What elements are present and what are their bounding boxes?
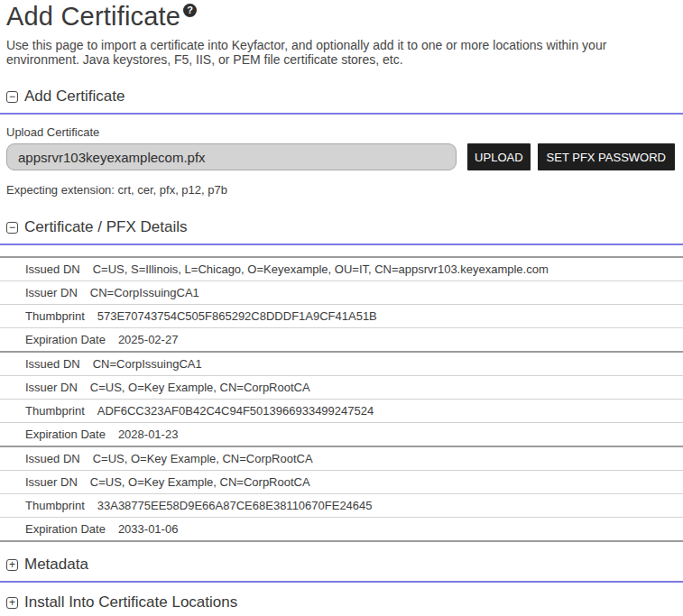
certificate-detail-row: ThumbprintADF6CC323AF0B42C4C94F501396693…	[0, 399, 683, 422]
detail-field-label: Thumbprint	[25, 404, 85, 418]
collapse-toggle-icon[interactable]: −	[6, 222, 18, 234]
section-label: Certificate / PFX Details	[24, 218, 187, 236]
section-header-add-certificate[interactable]: − Add Certificate	[6, 87, 683, 106]
section-header-install-locations[interactable]: + Install Into Certificate Locations	[6, 593, 683, 611]
upload-button[interactable]: UPLOAD	[467, 143, 530, 170]
section-divider	[0, 113, 683, 115]
detail-field-label: Thumbprint	[25, 309, 85, 323]
detail-field-value: C=US, O=Key Example, CN=CorpRootCA	[90, 381, 310, 394]
certificate-detail-row: Expiration Date2028-01-23	[0, 422, 683, 446]
section-divider	[0, 244, 683, 245]
section-label: Install Into Certificate Locations	[24, 593, 237, 611]
detail-field-value: 2033-01-06	[118, 522, 179, 536]
detail-field-value: 573E70743754C505F865292C8DDDF1A9CF41A51B	[97, 309, 377, 323]
expand-toggle-icon[interactable]: +	[6, 597, 18, 609]
extension-hint: Expecting extension: crt, cer, pfx, p12,…	[6, 183, 683, 197]
section-divider	[0, 581, 683, 583]
detail-field-label: Issuer DN	[25, 286, 78, 299]
upload-certificate-label: Upload Certificate	[6, 125, 683, 139]
detail-field-value: ADF6CC323AF0B42C4C94F5013966933499247524	[97, 404, 374, 418]
detail-field-label: Issued DN	[25, 357, 80, 371]
certificate-detail-row: Expiration Date2025-02-27	[0, 327, 683, 351]
detail-field-value: CN=CorpIssuingCA1	[93, 357, 202, 371]
title-row: Add Certificate?	[6, 2, 683, 32]
detail-field-value: C=US, S=Illinois, L=Chicago, O=Keyexampl…	[93, 262, 549, 276]
detail-field-label: Thumbprint	[25, 499, 85, 512]
detail-field-label: Issued DN	[25, 262, 80, 276]
page-title: Add Certificate	[6, 2, 180, 31]
certificate-filename-input[interactable]	[6, 143, 457, 170]
detail-field-value: 2025-02-27	[118, 333, 179, 346]
detail-field-label: Issued DN	[25, 452, 80, 465]
detail-field-label: Issuer DN	[25, 381, 78, 394]
certificate-detail-row: Issued DNC=US, O=Key Example, CN=CorpRoo…	[0, 446, 683, 470]
detail-field-label: Expiration Date	[25, 522, 106, 536]
certificate-detail-row: Issued DNCN=CorpIssuingCA1	[0, 351, 683, 375]
certificate-detail-row: Thumbprint573E70743754C505F865292C8DDDF1…	[0, 304, 683, 327]
detail-field-label: Expiration Date	[25, 333, 106, 346]
certificate-details-table: Issued DNC=US, S=Illinois, L=Chicago, O=…	[0, 256, 683, 542]
detail-field-label: Issuer DN	[25, 475, 78, 489]
certificate-detail-row: Issuer DNC=US, O=Key Example, CN=CorpRoo…	[0, 375, 683, 399]
detail-field-value: 2028-01-23	[118, 428, 179, 441]
section-header-metadata[interactable]: + Metadata	[6, 556, 683, 574]
add-certificate-page: Add Certificate? Use this page to import…	[0, 0, 683, 616]
page-description: Use this page to import a certificate in…	[6, 38, 675, 67]
certificate-detail-row: Expiration Date2033-01-06	[0, 517, 683, 540]
help-icon[interactable]: ?	[183, 4, 197, 17]
certificate-detail-row: Issued DNC=US, S=Illinois, L=Chicago, O=…	[0, 258, 683, 280]
detail-field-value: C=US, O=Key Example, CN=CorpRootCA	[90, 475, 310, 489]
certificate-detail-row: Thumbprint33A38775EE58D9E66A87CE68E38110…	[0, 493, 683, 517]
collapse-toggle-icon[interactable]: −	[6, 91, 18, 103]
detail-field-value: 33A38775EE58D9E66A87CE68E38110670FE24645	[97, 499, 373, 512]
upload-row: UPLOAD SET PFX PASSWORD	[6, 143, 675, 170]
section-header-certificate-pfx-details[interactable]: − Certificate / PFX Details	[6, 218, 683, 236]
section-label: Add Certificate	[24, 87, 125, 106]
detail-field-value: C=US, O=Key Example, CN=CorpRootCA	[93, 452, 313, 465]
detail-field-label: Expiration Date	[25, 428, 106, 441]
expand-toggle-icon[interactable]: +	[6, 559, 18, 571]
certificate-detail-row: Issuer DNC=US, O=Key Example, CN=CorpRoo…	[0, 470, 683, 493]
detail-field-value: CN=CorpIssuingCA1	[90, 286, 199, 299]
set-pfx-password-button[interactable]: SET PFX PASSWORD	[538, 143, 675, 170]
certificate-detail-row: Issuer DNCN=CorpIssuingCA1	[0, 280, 683, 304]
section-label: Metadata	[24, 556, 88, 574]
